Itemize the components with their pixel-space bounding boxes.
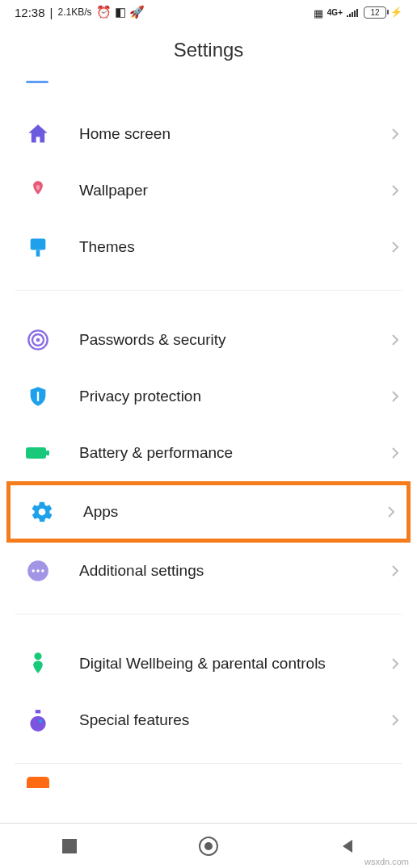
gear-icon — [28, 498, 56, 526]
volte-icon: ▦ — [314, 6, 323, 19]
svg-point-4 — [36, 338, 40, 342]
settings-item-label: Home screen — [79, 125, 391, 143]
chevron-right-icon — [391, 333, 399, 346]
chevron-right-icon — [391, 390, 399, 403]
svg-point-10 — [41, 569, 44, 572]
alarm-icon: ⏰ — [96, 5, 112, 19]
watermark: wsxdn.com — [364, 857, 409, 866]
status-notif-icons: ⏰ ◧ 🚀 — [96, 5, 145, 19]
status-speed: 2.1KB/s — [57, 6, 91, 18]
chevron-right-icon — [391, 241, 399, 254]
svg-rect-6 — [46, 451, 49, 455]
status-time: 12:38 — [15, 6, 45, 19]
svg-point-11 — [34, 652, 41, 660]
settings-item-label: Privacy protection — [79, 388, 391, 405]
svg-rect-12 — [36, 710, 40, 713]
settings-item-label: Special features — [79, 711, 391, 729]
mi-icon — [24, 777, 52, 788]
status-left: 12:38 | 2.1KB/s ⏰ ◧ 🚀 — [15, 5, 145, 19]
svg-rect-5 — [26, 447, 46, 459]
svg-rect-0 — [31, 239, 46, 250]
navigation-bar — [0, 823, 417, 868]
chevron-right-icon — [391, 128, 399, 140]
settings-item-label: Wallpaper — [79, 182, 391, 199]
fingerprint-icon — [24, 326, 52, 354]
settings-item-privacy-protection[interactable]: Privacy protection — [0, 368, 417, 425]
settings-item-home-screen[interactable]: Home screen — [0, 106, 417, 162]
page-title: Settings — [0, 23, 417, 81]
settings-item-label: Apps — [83, 503, 387, 521]
svg-point-14 — [39, 719, 42, 723]
shield-icon — [24, 383, 52, 410]
settings-item-battery-performance[interactable]: Battery & performance — [0, 425, 417, 481]
settings-item-digital-wellbeing[interactable]: Digital Wellbeing & parental controls — [0, 635, 417, 692]
settings-item-label: Battery & performance — [79, 444, 391, 462]
settings-item-themes[interactable]: Themes — [0, 219, 417, 275]
chevron-right-icon — [391, 447, 399, 459]
rocket-icon: 🚀 — [129, 5, 145, 19]
settings-item-special-features[interactable]: Special features — [0, 692, 417, 748]
chevron-right-icon — [387, 505, 395, 518]
section-divider — [15, 290, 402, 291]
svg-point-9 — [36, 569, 40, 572]
chevron-right-icon — [391, 714, 399, 727]
settings-item-partial[interactable] — [0, 772, 417, 788]
brush-icon — [24, 233, 52, 261]
svg-point-8 — [32, 569, 35, 572]
sync-icon: ◧ — [115, 5, 126, 19]
flask-icon — [24, 707, 52, 734]
chevron-right-icon — [391, 564, 399, 577]
chevron-right-icon — [391, 657, 399, 670]
settings-item-additional-settings[interactable]: Additional settings — [0, 543, 417, 599]
svg-rect-1 — [36, 250, 40, 257]
wellbeing-icon — [24, 650, 52, 677]
settings-item-label: Passwords & security — [79, 331, 391, 349]
charging-icon: ⚡ — [390, 6, 402, 18]
recent-apps-button[interactable] — [45, 830, 94, 862]
svg-rect-16 — [62, 839, 77, 853]
settings-item-label: Additional settings — [79, 562, 391, 580]
home-icon — [24, 120, 52, 148]
battery-icon — [24, 439, 52, 467]
battery-indicator: 12 — [364, 6, 386, 19]
dots-icon — [24, 557, 52, 585]
tulip-icon — [24, 177, 52, 204]
svg-rect-15 — [27, 777, 49, 788]
network-type: 4G+ — [327, 8, 343, 17]
settings-item-label: Digital Wellbeing & parental controls — [79, 655, 391, 673]
status-bar: 12:38 | 2.1KB/s ⏰ ◧ 🚀 ▦ 4G+ 12 ⚡ — [0, 0, 417, 23]
divider-accent — [26, 81, 48, 83]
settings-item-wallpaper[interactable]: Wallpaper — [0, 162, 417, 219]
svg-point-13 — [30, 716, 45, 732]
section-divider — [15, 763, 402, 764]
settings-item-passwords-security[interactable]: Passwords & security — [0, 312, 417, 368]
settings-item-label: Themes — [79, 238, 391, 256]
settings-item-apps[interactable]: Apps — [6, 481, 411, 543]
home-button[interactable] — [184, 830, 233, 862]
signal-icon — [347, 7, 360, 17]
chevron-right-icon — [391, 184, 399, 197]
status-right: ▦ 4G+ 12 ⚡ — [314, 6, 402, 19]
svg-point-18 — [204, 842, 213, 850]
section-divider — [15, 614, 402, 614]
